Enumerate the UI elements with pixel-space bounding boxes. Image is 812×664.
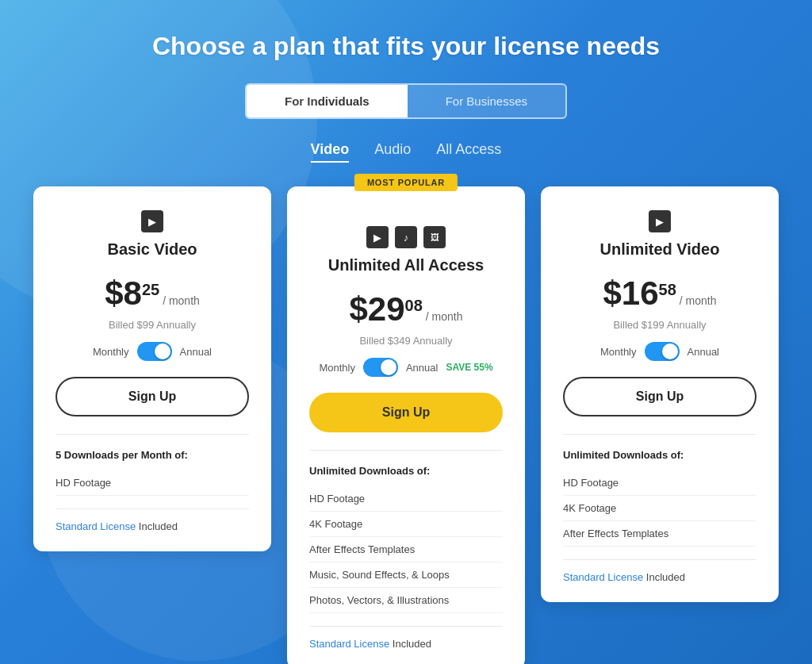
card-basic-video-icons: ▶	[56, 210, 249, 232]
card-unlimited-video-price: $16 58 / month	[563, 274, 756, 313]
price-period-2: / month	[426, 310, 463, 323]
features-heading-3: Unlimited Downloads of:	[563, 449, 756, 461]
billed-text-3: Billed $199 Annually	[563, 319, 756, 331]
divider-3	[563, 434, 756, 435]
annual-label: Annual	[180, 346, 212, 358]
individuals-toggle-btn[interactable]: For Individuals	[247, 85, 408, 117]
tab-video[interactable]: Video	[311, 141, 350, 163]
price-main-3: $16	[603, 274, 658, 313]
price-cents-2: 08	[405, 297, 423, 315]
monthly-label: Monthly	[93, 346, 129, 358]
billing-toggle-switch-3[interactable]	[645, 342, 680, 361]
feature-item-ae-3: After Effects Templates	[563, 521, 756, 547]
divider	[56, 434, 249, 435]
billing-toggle-switch-2[interactable]	[363, 358, 398, 377]
tab-all-access[interactable]: All Access	[436, 141, 501, 163]
sub-tabs: Video Audio All Access	[311, 141, 502, 163]
feature-item-ae: After Effects Templates	[309, 537, 503, 562]
signup-button[interactable]: Sign Up	[56, 377, 249, 416]
photo-icon: 🖼	[423, 226, 446, 248]
price-period: / month	[163, 294, 200, 307]
standard-license-row: Standard License Included	[56, 509, 249, 532]
feature-item-hd: HD Footage	[309, 486, 503, 512]
cards-container: ▶ Basic Video $8 25 / month Billed $99 A…	[17, 186, 795, 664]
standard-license-row-2: Standard License Included	[309, 626, 503, 650]
features-heading: 5 Downloads per Month of:	[56, 449, 249, 461]
license-suffix: Included	[136, 520, 178, 532]
standard-license-link-3[interactable]: Standard License	[563, 571, 643, 583]
audio-icon: ♪	[395, 226, 417, 248]
annual-label-3: Annual	[688, 346, 719, 358]
feature-item: HD Footage	[56, 470, 249, 496]
license-suffix-2: Included	[389, 638, 431, 650]
card-all-access-icons: ▶ ♪ 🖼	[309, 226, 503, 248]
page-wrapper: Choose a plan that fits your license nee…	[0, 0, 812, 664]
billed-text: Billed $99 Annually	[56, 319, 249, 331]
audience-toggle-group: For Individuals For Businesses	[245, 83, 567, 119]
signup-button-3[interactable]: Sign Up	[563, 377, 756, 416]
feature-item-hd-3: HD Footage	[563, 470, 756, 496]
card-unlimited-video-title: Unlimited Video	[563, 240, 756, 259]
tab-audio[interactable]: Audio	[374, 141, 411, 163]
businesses-toggle-btn[interactable]: For Businesses	[408, 85, 565, 117]
feature-item-photos: Photos, Vectors, & Illustrations	[309, 588, 503, 613]
price-main-2: $29	[349, 290, 404, 328]
annual-label-2: Annual	[406, 362, 438, 374]
monthly-label-2: Monthly	[319, 362, 355, 374]
most-popular-badge: MOST POPULAR	[354, 174, 458, 191]
video-icon-3: ▶	[649, 210, 671, 232]
license-suffix-3: Included	[643, 571, 685, 583]
card-basic-video-title: Basic Video	[56, 240, 249, 259]
card-all-access-price: $29 08 / month	[309, 290, 503, 328]
price-cents-3: 58	[659, 281, 676, 299]
billing-toggle-row: Monthly Annual	[56, 342, 249, 361]
billing-toggle-row-3: Monthly Annual	[563, 342, 756, 361]
signup-button-featured[interactable]: Sign Up	[309, 393, 503, 432]
card-basic-video-price: $8 25 / month	[56, 274, 249, 313]
price-cents: 25	[142, 281, 159, 299]
save-badge: SAVE 55%	[446, 362, 492, 373]
card-unlimited-video: ▶ Unlimited Video $16 58 / month Billed …	[541, 186, 779, 602]
card-all-access-title: Unlimited All Access	[309, 256, 503, 274]
card-basic-video: ▶ Basic Video $8 25 / month Billed $99 A…	[33, 186, 271, 551]
feature-item-music: Music, Sound Effects, & Loops	[309, 562, 503, 588]
billing-toggle-row-2: Monthly Annual SAVE 55%	[309, 358, 503, 377]
billed-text-2: Billed $349 Annually	[309, 335, 503, 347]
monthly-label-3: Monthly	[600, 346, 637, 358]
feature-item-4k-3: 4K Footage	[563, 496, 756, 521]
video-icon: ▶	[141, 210, 163, 232]
standard-license-link[interactable]: Standard License	[56, 520, 136, 532]
page-title: Choose a plan that fits your license nee…	[152, 32, 660, 61]
video-icon-2: ▶	[366, 226, 389, 248]
price-period-3: / month	[680, 294, 717, 307]
billing-toggle-switch[interactable]	[137, 342, 172, 361]
divider-2	[309, 450, 503, 451]
feature-item-4k: 4K Footage	[309, 512, 503, 537]
card-unlimited-all-access: MOST POPULAR ▶ ♪ 🖼 Unlimited All Access …	[287, 186, 525, 664]
standard-license-row-3: Standard License Included	[563, 559, 756, 583]
standard-license-link-2[interactable]: Standard License	[309, 638, 389, 650]
price-main: $8	[105, 274, 142, 313]
features-heading-2: Unlimited Downloads of:	[309, 465, 503, 477]
card-unlimited-video-icons: ▶	[563, 210, 756, 232]
